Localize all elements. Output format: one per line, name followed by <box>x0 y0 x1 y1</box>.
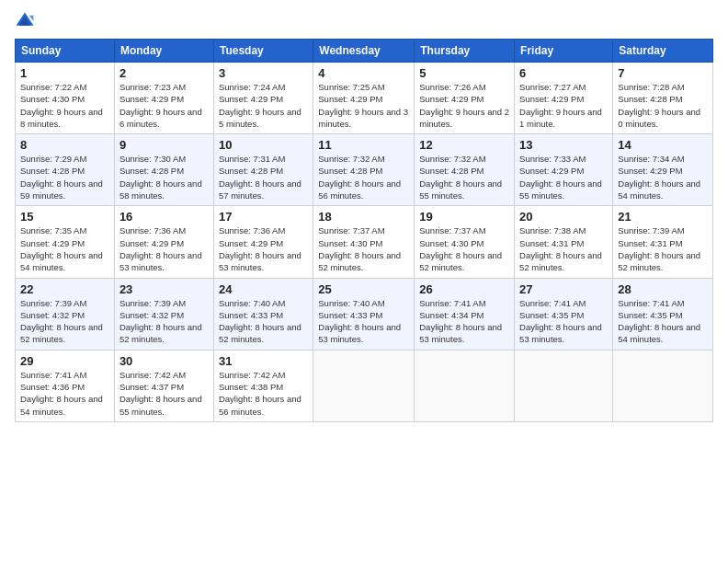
day-number: 20 <box>519 210 608 224</box>
day-info: Sunrise: 7:34 AMSunset: 4:29 PMDaylight:… <box>618 153 708 201</box>
day-info: Sunrise: 7:23 AMSunset: 4:29 PMDaylight:… <box>119 81 209 130</box>
day-header-wednesday: Wednesday <box>313 40 415 63</box>
day-number: 3 <box>219 66 308 80</box>
week-row-3: 15Sunrise: 7:35 AMSunset: 4:29 PMDayligh… <box>16 206 713 278</box>
calendar-cell: 1Sunrise: 7:22 AMSunset: 4:30 PMDaylight… <box>16 63 115 134</box>
day-info: Sunrise: 7:40 AMSunset: 4:33 PMDaylight:… <box>219 297 308 346</box>
day-number: 24 <box>219 282 308 296</box>
calendar-cell: 29Sunrise: 7:41 AMSunset: 4:36 PMDayligh… <box>16 350 115 421</box>
day-number: 22 <box>20 282 109 296</box>
day-info: Sunrise: 7:39 AMSunset: 4:31 PMDaylight:… <box>618 224 708 273</box>
day-info: Sunrise: 7:42 AMSunset: 4:37 PMDaylight:… <box>119 369 209 418</box>
logo-icon <box>15 11 35 31</box>
day-number: 6 <box>519 66 608 80</box>
calendar-cell: 28Sunrise: 7:41 AMSunset: 4:35 PMDayligh… <box>613 278 713 350</box>
day-number: 9 <box>119 138 209 152</box>
calendar-cell: 16Sunrise: 7:36 AMSunset: 4:29 PMDayligh… <box>114 206 213 278</box>
day-number: 17 <box>219 210 308 224</box>
calendar-cell: 10Sunrise: 7:31 AMSunset: 4:28 PMDayligh… <box>213 134 313 206</box>
day-info: Sunrise: 7:37 AMSunset: 4:30 PMDaylight:… <box>318 224 409 273</box>
day-info: Sunrise: 7:26 AMSunset: 4:29 PMDaylight:… <box>419 81 509 130</box>
day-number: 16 <box>119 210 209 224</box>
calendar-body: 1Sunrise: 7:22 AMSunset: 4:30 PMDaylight… <box>16 63 713 422</box>
day-number: 11 <box>318 138 409 152</box>
day-info: Sunrise: 7:41 AMSunset: 4:35 PMDaylight:… <box>519 297 608 346</box>
week-row-5: 29Sunrise: 7:41 AMSunset: 4:36 PMDayligh… <box>16 350 713 421</box>
day-info: Sunrise: 7:42 AMSunset: 4:38 PMDaylight:… <box>219 369 308 418</box>
week-row-4: 22Sunrise: 7:39 AMSunset: 4:32 PMDayligh… <box>16 278 713 350</box>
calendar-cell <box>515 350 613 421</box>
day-info: Sunrise: 7:27 AMSunset: 4:29 PMDaylight:… <box>519 81 608 130</box>
header <box>15 11 713 31</box>
calendar-cell: 18Sunrise: 7:37 AMSunset: 4:30 PMDayligh… <box>313 206 415 278</box>
calendar-cell: 30Sunrise: 7:42 AMSunset: 4:37 PMDayligh… <box>114 350 213 421</box>
day-info: Sunrise: 7:41 AMSunset: 4:36 PMDaylight:… <box>20 369 109 418</box>
day-info: Sunrise: 7:22 AMSunset: 4:30 PMDaylight:… <box>20 81 109 130</box>
day-info: Sunrise: 7:31 AMSunset: 4:28 PMDaylight:… <box>219 153 308 201</box>
day-number: 26 <box>419 282 509 296</box>
day-number: 14 <box>618 138 708 152</box>
day-info: Sunrise: 7:28 AMSunset: 4:28 PMDaylight:… <box>618 81 708 130</box>
day-info: Sunrise: 7:30 AMSunset: 4:28 PMDaylight:… <box>119 153 209 201</box>
calendar-cell: 20Sunrise: 7:38 AMSunset: 4:31 PMDayligh… <box>515 206 613 278</box>
day-number: 21 <box>618 210 708 224</box>
day-info: Sunrise: 7:37 AMSunset: 4:30 PMDaylight:… <box>419 224 509 273</box>
day-number: 4 <box>318 66 409 80</box>
calendar-cell: 14Sunrise: 7:34 AMSunset: 4:29 PMDayligh… <box>613 134 713 206</box>
day-info: Sunrise: 7:35 AMSunset: 4:29 PMDaylight:… <box>20 224 109 273</box>
calendar-cell: 21Sunrise: 7:39 AMSunset: 4:31 PMDayligh… <box>613 206 713 278</box>
day-number: 1 <box>20 66 109 80</box>
day-number: 12 <box>419 138 509 152</box>
day-header-friday: Friday <box>515 40 613 63</box>
calendar-cell: 24Sunrise: 7:40 AMSunset: 4:33 PMDayligh… <box>213 278 313 350</box>
day-header-monday: Monday <box>114 40 213 63</box>
day-info: Sunrise: 7:36 AMSunset: 4:29 PMDaylight:… <box>219 224 308 273</box>
day-header-tuesday: Tuesday <box>213 40 313 63</box>
day-number: 15 <box>20 210 109 224</box>
calendar-cell: 4Sunrise: 7:25 AMSunset: 4:29 PMDaylight… <box>313 63 415 134</box>
calendar-cell <box>415 350 515 421</box>
calendar-cell: 19Sunrise: 7:37 AMSunset: 4:30 PMDayligh… <box>415 206 515 278</box>
day-info: Sunrise: 7:40 AMSunset: 4:33 PMDaylight:… <box>318 297 409 346</box>
day-number: 29 <box>20 354 109 368</box>
day-info: Sunrise: 7:29 AMSunset: 4:28 PMDaylight:… <box>20 153 109 201</box>
calendar-cell: 23Sunrise: 7:39 AMSunset: 4:32 PMDayligh… <box>114 278 213 350</box>
day-number: 10 <box>219 138 308 152</box>
calendar-cell: 8Sunrise: 7:29 AMSunset: 4:28 PMDaylight… <box>16 134 115 206</box>
day-number: 30 <box>119 354 209 368</box>
calendar-cell <box>313 350 415 421</box>
calendar-cell: 3Sunrise: 7:24 AMSunset: 4:29 PMDaylight… <box>213 63 313 134</box>
calendar-cell: 7Sunrise: 7:28 AMSunset: 4:28 PMDaylight… <box>613 63 713 134</box>
calendar-cell: 27Sunrise: 7:41 AMSunset: 4:35 PMDayligh… <box>515 278 613 350</box>
week-row-1: 1Sunrise: 7:22 AMSunset: 4:30 PMDaylight… <box>16 63 713 134</box>
day-number: 18 <box>318 210 409 224</box>
calendar-cell: 31Sunrise: 7:42 AMSunset: 4:38 PMDayligh… <box>213 350 313 421</box>
day-info: Sunrise: 7:36 AMSunset: 4:29 PMDaylight:… <box>119 224 209 273</box>
day-info: Sunrise: 7:41 AMSunset: 4:35 PMDaylight:… <box>618 297 708 346</box>
day-info: Sunrise: 7:39 AMSunset: 4:32 PMDaylight:… <box>20 297 109 346</box>
calendar-table: SundayMondayTuesdayWednesdayThursdayFrid… <box>15 39 713 422</box>
calendar-cell: 13Sunrise: 7:33 AMSunset: 4:29 PMDayligh… <box>515 134 613 206</box>
day-info: Sunrise: 7:41 AMSunset: 4:34 PMDaylight:… <box>419 297 509 346</box>
day-number: 25 <box>318 282 409 296</box>
calendar-cell: 5Sunrise: 7:26 AMSunset: 4:29 PMDaylight… <box>415 63 515 134</box>
page: SundayMondayTuesdayWednesdayThursdayFrid… <box>0 0 728 563</box>
day-info: Sunrise: 7:24 AMSunset: 4:29 PMDaylight:… <box>219 81 308 130</box>
day-number: 23 <box>119 282 209 296</box>
calendar-cell: 15Sunrise: 7:35 AMSunset: 4:29 PMDayligh… <box>16 206 115 278</box>
calendar-cell: 22Sunrise: 7:39 AMSunset: 4:32 PMDayligh… <box>16 278 115 350</box>
day-info: Sunrise: 7:32 AMSunset: 4:28 PMDaylight:… <box>419 153 509 201</box>
calendar-cell <box>613 350 713 421</box>
day-number: 2 <box>119 66 209 80</box>
calendar-header-row: SundayMondayTuesdayWednesdayThursdayFrid… <box>16 40 713 63</box>
day-info: Sunrise: 7:32 AMSunset: 4:28 PMDaylight:… <box>318 153 409 201</box>
day-info: Sunrise: 7:33 AMSunset: 4:29 PMDaylight:… <box>519 153 608 201</box>
calendar-cell: 6Sunrise: 7:27 AMSunset: 4:29 PMDaylight… <box>515 63 613 134</box>
day-number: 19 <box>419 210 509 224</box>
calendar-cell: 25Sunrise: 7:40 AMSunset: 4:33 PMDayligh… <box>313 278 415 350</box>
calendar-cell: 11Sunrise: 7:32 AMSunset: 4:28 PMDayligh… <box>313 134 415 206</box>
day-info: Sunrise: 7:25 AMSunset: 4:29 PMDaylight:… <box>318 81 409 130</box>
day-number: 13 <box>519 138 608 152</box>
day-number: 28 <box>618 282 708 296</box>
calendar-cell: 9Sunrise: 7:30 AMSunset: 4:28 PMDaylight… <box>114 134 213 206</box>
